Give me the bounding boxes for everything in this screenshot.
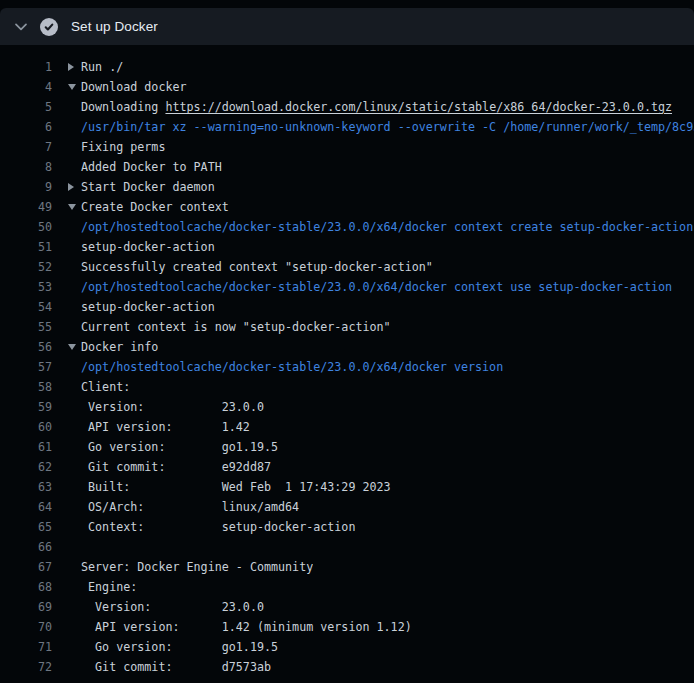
gutter-gap: [52, 317, 68, 337]
log-text: Go version: go1.19.5: [81, 637, 278, 657]
line-number[interactable]: 58: [0, 377, 52, 397]
line-number[interactable]: 1: [0, 57, 52, 77]
line-number[interactable]: 51: [0, 237, 52, 257]
arrow-spacer: [68, 457, 81, 477]
log-text: Create Docker context: [81, 197, 229, 217]
gutter-gap: [52, 397, 68, 417]
log-row: 58Client:: [0, 377, 694, 397]
line-number[interactable]: 69: [0, 597, 52, 617]
log-row: 51setup-docker-action: [0, 237, 694, 257]
line-number[interactable]: 52: [0, 257, 52, 277]
log-row: 62 Git commit: e92dd87: [0, 457, 694, 477]
line-number[interactable]: 7: [0, 137, 52, 157]
log-row: 6/usr/bin/tar xz --warning=no-unknown-ke…: [0, 117, 694, 137]
arrow-spacer: [68, 257, 81, 277]
line-number[interactable]: 70: [0, 617, 52, 637]
gutter-gap: [52, 297, 68, 317]
group-arrow: [68, 177, 81, 197]
log-text: setup-docker-action: [81, 237, 215, 257]
gutter-gap: [52, 657, 68, 677]
step-title: Set up Docker: [71, 19, 158, 34]
line-number[interactable]: 67: [0, 557, 52, 577]
log-command-text: /opt/hostedtoolcache/docker-stable/23.0.…: [81, 217, 693, 237]
log-text: Git commit: d7573ab: [81, 657, 271, 677]
log-row: 72 Git commit: d7573ab: [0, 657, 694, 677]
log-text: Current context is now "setup-docker-act…: [81, 317, 391, 337]
log-text: setup-docker-action: [81, 297, 215, 317]
line-number[interactable]: 50: [0, 217, 52, 237]
gutter-gap: [52, 437, 68, 457]
log-group-row[interactable]: 9Start Docker daemon: [0, 177, 694, 197]
gutter-gap: [52, 277, 68, 297]
line-number[interactable]: 4: [0, 77, 52, 97]
line-number[interactable]: 72: [0, 657, 52, 677]
log-row: 65 Context: setup-docker-action: [0, 517, 694, 537]
gutter-gap: [52, 477, 68, 497]
arrow-spacer: [68, 557, 81, 577]
triangle-right-icon: [68, 63, 74, 71]
arrow-spacer: [68, 617, 81, 637]
group-arrow: [68, 337, 81, 357]
log-text: Start Docker daemon: [81, 177, 215, 197]
log-text: Version: 23.0.0: [81, 397, 264, 417]
arrow-spacer: [68, 397, 81, 417]
line-number[interactable]: 53: [0, 277, 52, 297]
line-number[interactable]: 8: [0, 157, 52, 177]
gutter-gap: [52, 217, 68, 237]
line-number[interactable]: 71: [0, 637, 52, 657]
log-link[interactable]: https://download.docker.com/linux/static…: [165, 100, 672, 114]
arrow-spacer: [68, 317, 81, 337]
log-text: Server: Docker Engine - Community: [81, 557, 313, 577]
log-group-row[interactable]: 56Docker info: [0, 337, 694, 357]
line-number[interactable]: 6: [0, 117, 52, 137]
line-number[interactable]: 59: [0, 397, 52, 417]
line-number[interactable]: 61: [0, 437, 52, 457]
line-number[interactable]: 55: [0, 317, 52, 337]
arrow-spacer: [68, 377, 81, 397]
line-number[interactable]: 66: [0, 537, 52, 557]
gutter-gap: [52, 357, 68, 377]
gutter-gap: [52, 137, 68, 157]
line-number[interactable]: 60: [0, 417, 52, 437]
gutter-gap: [52, 497, 68, 517]
gutter-gap: [52, 557, 68, 577]
arrow-spacer: [68, 357, 81, 377]
triangle-right-icon: [68, 183, 74, 191]
gutter-gap: [52, 257, 68, 277]
gutter-gap: [52, 637, 68, 657]
step-header[interactable]: Set up Docker: [0, 8, 694, 45]
gutter-gap: [52, 157, 68, 177]
log-text: Context: setup-docker-action: [81, 517, 355, 537]
line-number[interactable]: 65: [0, 517, 52, 537]
log-group-row[interactable]: 4Download docker: [0, 77, 694, 97]
triangle-down-icon: [68, 204, 76, 210]
line-number[interactable]: 54: [0, 297, 52, 317]
log-command-text: /opt/hostedtoolcache/docker-stable/23.0.…: [81, 357, 503, 377]
line-number[interactable]: 9: [0, 177, 52, 197]
gutter-gap: [52, 457, 68, 477]
log-command-text: /opt/hostedtoolcache/docker-stable/23.0.…: [81, 277, 672, 297]
line-number[interactable]: 62: [0, 457, 52, 477]
line-number[interactable]: 57: [0, 357, 52, 377]
log-text: Fixing perms: [81, 137, 165, 157]
line-number[interactable]: 68: [0, 577, 52, 597]
log-row: 66: [0, 537, 694, 557]
line-number[interactable]: 63: [0, 477, 52, 497]
gutter-gap: [52, 417, 68, 437]
log-text: API version: 1.42: [81, 417, 250, 437]
log-group-row[interactable]: 49Create Docker context: [0, 197, 694, 217]
log-row: 70 API version: 1.42 (minimum version 1.…: [0, 617, 694, 637]
gutter-gap: [52, 337, 68, 357]
arrow-spacer: [68, 97, 81, 117]
gutter-gap: [52, 57, 68, 77]
log-text: Engine:: [81, 577, 137, 597]
log-row: 64 OS/Arch: linux/amd64: [0, 497, 694, 517]
line-number[interactable]: 56: [0, 337, 52, 357]
log-text: Successfully created context "setup-dock…: [81, 257, 433, 277]
gutter-gap: [52, 517, 68, 537]
line-number[interactable]: 49: [0, 197, 52, 217]
check-circle-icon: [40, 18, 58, 36]
log-group-row[interactable]: 1Run ./: [0, 57, 694, 77]
line-number[interactable]: 5: [0, 97, 52, 117]
line-number[interactable]: 64: [0, 497, 52, 517]
